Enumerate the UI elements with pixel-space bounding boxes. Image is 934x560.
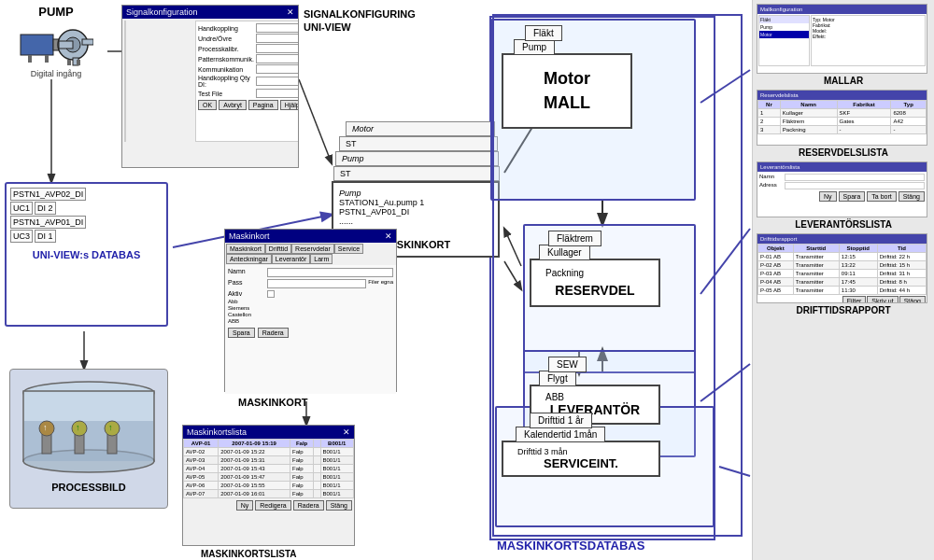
signal-config-window: Signalkonfiguration ✕ Ingångar Systemkon… [121,5,299,168]
tab-anteckningar[interactable]: Anteckningar [226,254,272,264]
btn-lista-redigera[interactable]: Redigera [255,500,290,511]
tab-larm[interactable]: Larm [310,254,333,264]
maskinkort-detail-window[interactable]: Maskinkort ✕ Maskinkort Drifttid Reservd… [224,229,397,392]
btn-lev-ta-bort[interactable]: Ta bort [867,191,896,202]
tab-drifttid[interactable]: Drifttid [265,244,291,254]
tab-maskinkort[interactable]: Maskinkort [226,244,265,254]
reservdelslista-screenshot[interactable]: Reservdelslista NrNamnFabrikatTyp 1Kulla… [757,90,927,146]
reservdelslista-label: RESERVDELSLISTA [757,147,930,158]
btn-ok[interactable]: OK [198,100,217,110]
db-item-3: DI 2 [35,202,56,215]
sidebar-kommunikation[interactable]: Kommunikation [125,59,126,68]
maskinkortslista-buttons: Ny Redigera Radera Stäng [183,498,354,512]
card-motor: Motor [346,121,495,136]
maskinkortslista-titlebar: Maskinkortslista ✕ [183,426,354,439]
maskinkortslista-content: AVP-01 2007-01-09 15:19 Falp B001/1 AVP-… [183,439,354,545]
signal-config-body: Ingångar Systemkonfig. Undercurrent Proc… [122,19,298,165]
drifttidsrapport-table: ObjektStarttidStopptidTid P-01 ABTransmi… [757,244,927,295]
uniview-db-label: UNI-VIEW:s DATABAS [7,249,166,260]
signal-config-close[interactable]: ✕ [287,7,294,17]
sidebar-processk[interactable]: Process.. [125,49,126,59]
sidebar-ingångar[interactable]: Ingångar [125,21,126,31]
reservdelslista-table: NrNamnFabrikatTyp 1KullagerSKF6208 2Fläk… [757,100,927,134]
btn-rapport-skriv[interactable]: Skriv ut [867,296,898,303]
btn-rapport-stang[interactable]: Stäng [899,296,926,303]
sidebar-systemkonfig[interactable]: Systemkonfig. [125,31,126,40]
btn-lev-ny[interactable]: Ny [819,191,837,202]
digital-label: Digital ingång [5,69,107,78]
drifttidsrapport-screenshot[interactable]: Drifttidsrapport ObjektStarttidStopptidT… [757,233,927,303]
svg-rect-24 [82,39,93,45]
maskinkort-titlebar-text: Maskinkort [229,231,270,241]
card-st2: ST [333,166,500,181]
svg-rect-23 [59,41,73,49]
sidebar-undercurrent[interactable]: Undercurrent [125,40,126,49]
maskinkortslista-window[interactable]: Maskinkortslista ✕ AVP-01 2007-01-09 15:… [182,425,355,546]
uniview-db-box: PSTN1_AVP02_DI UC1 DI 2 PSTN1_AVP01_DI U… [5,182,168,327]
btn-paginate[interactable]: Pagina [248,100,278,110]
svg-rect-29 [77,60,80,65]
svg-text:↑: ↑ [43,423,48,432]
reservdel-card-kullager: Kullager [539,245,590,260]
leverantor-card-sew: SEW [548,357,587,372]
sidebar-extra[interactable]: Aktuell.. [125,84,126,93]
mallar-screenshot[interactable]: Mallkonfiguration Fläkt Pump Motor Typ: … [757,4,927,74]
svg-line-6 [700,70,750,103]
mall-main-card: Motor MALL [502,53,632,129]
drifttidsrapport-section: Drifttidsrapport ObjektStarttidStopptidT… [757,233,930,315]
maskinkortslista-close[interactable]: ✕ [343,427,350,437]
right-panel: Mallkonfiguration Fläkt Pump Motor Typ: … [752,0,934,560]
leverantorslista-titlebar: Leverantörslista [757,162,927,172]
main-container: PUMP Digital ingång SIGNALKONFIGURING UN… [0,0,934,560]
btn-lev-stang[interactable]: Stäng [899,191,925,202]
svg-rect-26 [28,55,32,63]
leverantorslista-label: LEVERANTÖRSLISTA [757,219,930,230]
maskinkortslista-label: MASKINKORTSLISTA [201,549,297,559]
card-pump: Pump [335,151,499,166]
signal-config-buttons: OK Avbryt Pagina Hjälp Tillbaka [198,100,298,110]
tab-leverantor[interactable]: Leverantör [272,254,310,264]
maskinkortslista-titlebar-text: Maskinkortslista [187,427,247,437]
db-items-list: PSTN1_AVP02_DI UC1 DI 2 PSTN1_AVP01_DI U… [7,184,166,247]
mallar-section: Mallkonfiguration Fläkt Pump Motor Typ: … [757,4,930,86]
svg-line-8 [700,364,750,401]
btn-avbryt[interactable]: Avbryt [219,100,247,110]
btn-hjalp[interactable]: Hjälp [280,100,298,110]
pump-title: PUMP [5,5,107,19]
checkbox-aktiv[interactable] [267,290,275,298]
btn-radera[interactable]: Radera [258,328,289,338]
btn-lista-stang[interactable]: Stäng [326,500,352,511]
drifttidsrapport-label: DRIFTTIDSRAPPORT [757,305,930,315]
reservdelslista-titlebar: Reservdelslista [757,91,927,100]
reservdel-label: RESERVDEL [545,283,644,298]
sidebar-testfile[interactable]: Test File [125,68,126,84]
serviceint-card-drifttid1: Drifttid 1 år [530,413,592,428]
svg-text:↑: ↑ [76,423,80,432]
btn-lista-ny[interactable]: Ny [236,500,254,511]
db-item-6: DI 1 [35,230,56,243]
mall-label: MALL [522,93,612,113]
serviceint-card-kalendertid: Kalendertid 1mån [516,427,605,442]
mallar-titlebar: Mallkonfiguration [757,5,927,14]
tab-service[interactable]: Service [334,244,363,254]
tab-reservdelar[interactable]: Reservdelar [291,244,334,254]
maskinkort-close[interactable]: ✕ [385,231,392,241]
leverantorslista-screenshot[interactable]: Leverantörslista Namn Adress Ny Spara Ta [757,161,927,217]
maskinkort-titlebar: Maskinkort ✕ [225,230,396,243]
signal-config-titlebar-text: Signalkonfiguration [126,7,198,17]
reservdelslista-section: Reservdelslista NrNamnFabrikatTyp 1Kulla… [757,90,930,158]
mall-card-flakt: Fläkt [525,25,562,41]
pump-icon [19,21,93,67]
card-st1: ST [339,136,498,151]
leverantor-abb: ABB [545,392,644,402]
btn-rapport-filter[interactable]: Filter [842,296,867,303]
leverantorslista-section: Leverantörslista Namn Adress Ny Spara Ta [757,161,930,230]
signal-config-sidebar: Ingångar Systemkonfig. Undercurrent Proc… [124,21,126,142]
mall-title: Motor [544,69,590,88]
btn-lev-spara[interactable]: Spara [839,191,866,202]
btn-lista-radera[interactable]: Radera [293,500,324,511]
btn-spara[interactable]: Spara [228,328,255,338]
svg-line-9 [719,467,750,476]
svg-line-14 [299,79,332,163]
db-item-4: PSTN1_AVP01_DI [10,216,86,229]
